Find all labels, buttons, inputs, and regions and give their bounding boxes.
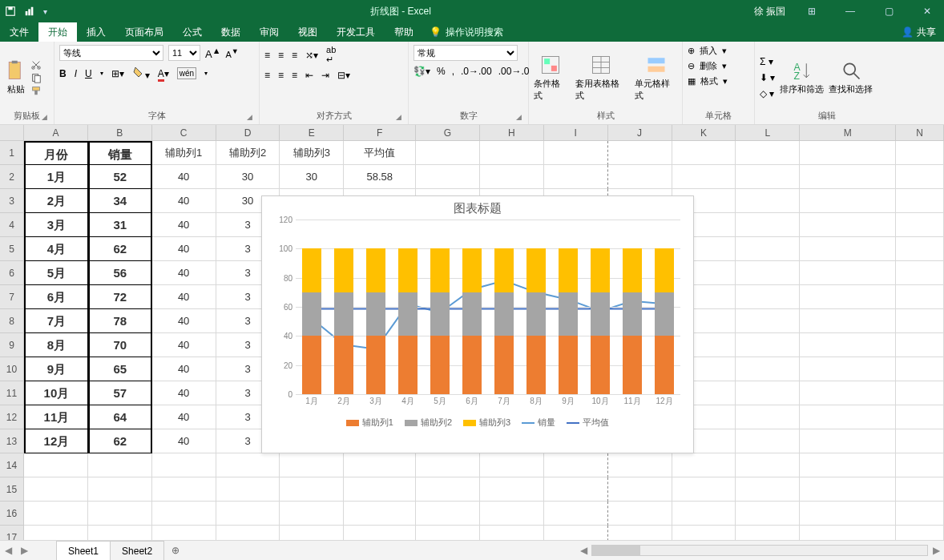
- bar-segment[interactable]: [302, 292, 321, 336]
- merge-center-button[interactable]: ⊟▾: [337, 70, 350, 81]
- cell[interactable]: 40: [152, 381, 216, 405]
- col-header-D[interactable]: D: [216, 125, 280, 140]
- cell[interactable]: [800, 453, 896, 477]
- tab-help[interactable]: 帮助: [385, 22, 423, 42]
- cell[interactable]: [24, 526, 88, 540]
- cell[interactable]: [544, 165, 608, 189]
- cell[interactable]: [736, 502, 800, 526]
- tab-review[interactable]: 审阅: [250, 22, 288, 42]
- bar-segment[interactable]: [302, 336, 321, 394]
- cell[interactable]: [736, 165, 800, 189]
- format-as-table-button[interactable]: 套用表格格式: [575, 54, 627, 102]
- cell[interactable]: 40: [152, 189, 216, 213]
- bar-segment[interactable]: [334, 248, 353, 292]
- bar-segment[interactable]: [494, 248, 514, 292]
- share-button[interactable]: 👤 共享: [902, 22, 936, 42]
- row-header[interactable]: 4: [0, 213, 24, 237]
- cell[interactable]: [416, 453, 480, 477]
- cell[interactable]: [24, 453, 88, 477]
- row-header[interactable]: 12: [0, 405, 24, 429]
- cell[interactable]: [544, 453, 608, 477]
- cell[interactable]: 11月: [24, 405, 88, 429]
- col-header-F[interactable]: F: [344, 125, 416, 140]
- fill-icon[interactable]: ⬇ ▾: [760, 72, 775, 83]
- copy-icon[interactable]: [30, 72, 42, 83]
- cell[interactable]: 31: [88, 213, 152, 237]
- decrease-decimal-icon[interactable]: .00→.0: [498, 66, 530, 77]
- cell[interactable]: [800, 333, 896, 357]
- cell[interactable]: [608, 477, 672, 502]
- bar-segment[interactable]: [559, 248, 578, 292]
- currency-icon[interactable]: 💱▾: [414, 66, 430, 77]
- cell[interactable]: [216, 502, 280, 526]
- bold-button[interactable]: B: [59, 68, 67, 79]
- cell[interactable]: 40: [152, 357, 216, 381]
- bar-segment[interactable]: [591, 292, 610, 336]
- sheet-nav-next-icon[interactable]: ▶: [16, 541, 32, 560]
- cell[interactable]: 月份: [24, 141, 88, 165]
- save-icon[interactable]: [5, 6, 16, 17]
- cell[interactable]: 34: [88, 189, 152, 213]
- bar-segment[interactable]: [591, 248, 610, 292]
- phonetic-button[interactable]: wén: [177, 67, 196, 79]
- cell[interactable]: [800, 189, 896, 213]
- col-header-J[interactable]: J: [608, 125, 672, 140]
- cell[interactable]: 辅助列3: [280, 141, 344, 165]
- cell[interactable]: 30: [216, 165, 280, 189]
- cell[interactable]: [896, 453, 944, 477]
- cell[interactable]: [544, 502, 608, 526]
- bar-segment[interactable]: [623, 336, 642, 394]
- delete-cells-button[interactable]: ⊖删除 ▾: [688, 60, 749, 72]
- cell[interactable]: [800, 502, 896, 526]
- decrease-indent-icon[interactable]: ⇤: [305, 70, 313, 81]
- cell[interactable]: [736, 237, 800, 261]
- chart-legend[interactable]: 辅助列1辅助列2辅助列3销量平均值: [262, 417, 693, 429]
- cut-icon[interactable]: [30, 59, 42, 71]
- paste-button[interactable]: 粘贴: [5, 59, 27, 95]
- cell[interactable]: [800, 405, 896, 429]
- cell[interactable]: [896, 405, 944, 429]
- row-header[interactable]: 6: [0, 261, 24, 285]
- cell[interactable]: [24, 477, 88, 502]
- cell[interactable]: [544, 477, 608, 502]
- cell[interactable]: 58.58: [344, 165, 416, 189]
- close-icon[interactable]: ✕: [915, 6, 939, 17]
- cell[interactable]: 65: [88, 357, 152, 381]
- col-header-C[interactable]: C: [152, 125, 216, 140]
- bar-segment[interactable]: [526, 336, 546, 394]
- bar-segment[interactable]: [462, 292, 482, 336]
- cell[interactable]: [608, 502, 672, 526]
- cell[interactable]: [896, 429, 944, 453]
- wrap-text-button[interactable]: ab↵: [326, 45, 336, 65]
- plot-area[interactable]: 0204060801001201月2月3月4月5月6月7月8月9月10月11月1…: [296, 220, 680, 394]
- fill-color-button[interactable]: ▾: [132, 66, 150, 81]
- grow-font-icon[interactable]: A▲: [205, 46, 220, 60]
- tab-insert[interactable]: 插入: [77, 22, 115, 42]
- cell[interactable]: 平均值: [344, 141, 416, 165]
- row-header[interactable]: 14: [0, 453, 24, 477]
- cell[interactable]: 56: [88, 261, 152, 285]
- bar-segment[interactable]: [462, 336, 482, 394]
- cell[interactable]: 销量: [88, 141, 152, 165]
- cell[interactable]: [672, 453, 736, 477]
- tab-developer[interactable]: 开发工具: [327, 22, 385, 42]
- tab-file[interactable]: 文件: [0, 22, 38, 42]
- cell[interactable]: 辅助列2: [216, 141, 280, 165]
- bar-segment[interactable]: [366, 248, 385, 292]
- bar-segment[interactable]: [623, 292, 642, 336]
- sheet-tab-1[interactable]: Sheet1: [56, 541, 111, 560]
- cell[interactable]: 57: [88, 381, 152, 405]
- cell[interactable]: [416, 477, 480, 502]
- cell[interactable]: [800, 477, 896, 502]
- cell[interactable]: [896, 477, 944, 502]
- cell[interactable]: [736, 405, 800, 429]
- align-top-icon[interactable]: ≡: [264, 50, 270, 61]
- tab-home[interactable]: 开始: [38, 22, 77, 42]
- cell[interactable]: [152, 526, 216, 540]
- bar-segment[interactable]: [591, 336, 610, 394]
- cell[interactable]: 40: [152, 309, 216, 333]
- cell[interactable]: [896, 285, 944, 309]
- cell[interactable]: 52: [88, 165, 152, 189]
- horizontal-scrollbar[interactable]: [591, 545, 928, 556]
- cell[interactable]: [416, 141, 480, 165]
